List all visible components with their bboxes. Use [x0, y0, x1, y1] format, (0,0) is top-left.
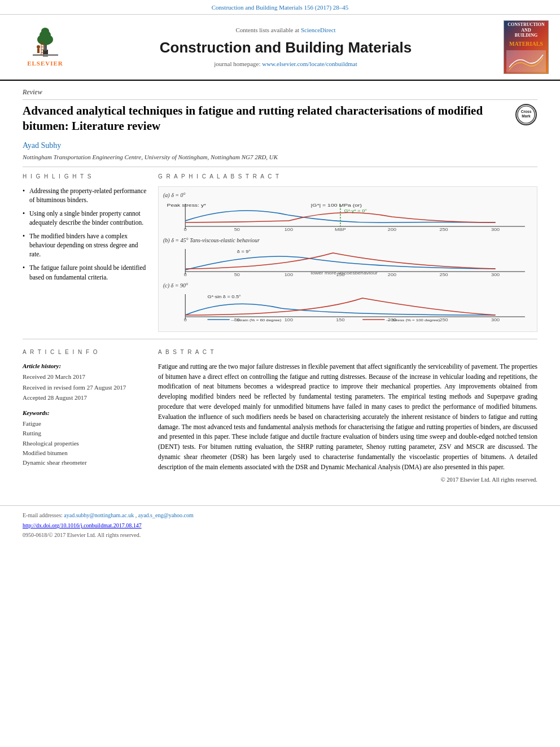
highlights-graphical-section: H I G H L I G H T S Addressing the prope…: [23, 173, 537, 339]
cover-illustration: [506, 50, 546, 72]
abstract-col: A B S T R A C T Fatigue and rutting are …: [158, 348, 537, 484]
list-item: Addressing the property-related performa…: [23, 186, 147, 204]
elsevier-logo: ELSEVIER: [27, 27, 64, 68]
svg-text:250: 250: [439, 273, 448, 277]
svg-point-4: [41, 28, 49, 34]
review-label: Review: [23, 88, 537, 100]
list-item: The modified binders have a complex beha…: [23, 231, 147, 259]
graph-panel-b: (b) δ = 45° Tans-viscous-elastic behavio…: [163, 237, 532, 277]
keyword-rutting: Rutting: [23, 429, 147, 438]
journal-cover-image: Construction and Building MATERIALS: [504, 20, 549, 74]
svg-text:300: 300: [491, 273, 500, 277]
svg-point-6: [37, 45, 40, 49]
highlights-col: H I G H L I G H T S Addressing the prope…: [23, 173, 147, 332]
list-item: The fatigue failure point should be iden…: [23, 263, 147, 281]
cover-decorative-image: [506, 50, 546, 73]
journal-title: Construction and Building Materials: [79, 37, 492, 58]
paper-title: Advanced analytical techniques in fatigu…: [23, 103, 506, 134]
received-date: Received 20 March 2017: [23, 373, 147, 381]
svg-text:0: 0: [184, 318, 187, 322]
svg-text:Cross: Cross: [521, 110, 532, 113]
graphical-abstract-heading: G R A P H I C A L A B S T R A C T: [158, 173, 537, 182]
svg-text:100: 100: [285, 318, 294, 322]
revised-date: Received in revised form 27 August 2017: [23, 383, 147, 392]
sciencedirect-link[interactable]: ScienceDirect: [301, 27, 336, 33]
journal-citation-text: Construction and Building Materials 156 …: [212, 4, 349, 11]
svg-text:Mark: Mark: [522, 114, 531, 118]
graph-panel-c-chart: 0 50 100 150 200 250 300 G*·sin δ = 0.5°: [163, 291, 532, 322]
panel-b-svg: 0 50 100 150 200 250 300 δ = 9°: [163, 246, 532, 277]
svg-text:200: 200: [388, 228, 397, 232]
cover-title: Construction and Building: [508, 22, 544, 38]
author-name: Ayad Subhy: [23, 140, 537, 151]
graph-panel-c: (c) δ = 90° 0 50 100 150 200 250 300: [163, 282, 532, 322]
abstract-text: Fatigue and rutting are the two major fa…: [158, 362, 537, 473]
graphical-abstract-col: G R A P H I C A L A B S T R A C T (a) δ …: [158, 173, 537, 332]
accepted-date: Accepted 28 August 2017: [23, 394, 147, 402]
abstract-heading: A B S T R A C T: [158, 348, 537, 357]
copyright-line: © 2017 Elsevier Ltd. All rights reserved…: [158, 476, 537, 484]
main-content: Review Advanced analytical techniques in…: [0, 81, 560, 500]
keywords-label: Keywords:: [23, 409, 147, 417]
journal-citation-bar: Construction and Building Materials 156 …: [0, 0, 560, 15]
svg-rect-5: [33, 54, 58, 56]
svg-text:200: 200: [388, 273, 397, 277]
keyword-dsr: Dynamic shear rheometer: [23, 458, 147, 467]
footer-issn-line: 0950-0618/© 2017 Elsevier Ltd. All right…: [23, 531, 537, 539]
graph-panel-b-label: (b) δ = 45° Tans-viscous-elastic behavio…: [163, 237, 532, 244]
graph-panel-b-chart: 0 50 100 150 200 250 300 δ = 9°: [163, 246, 532, 277]
highlights-list: Addressing the property-related performa…: [23, 186, 147, 282]
svg-text:250: 250: [439, 228, 448, 232]
page-header: ELSEVIER Contents lists available at Sci…: [0, 15, 560, 81]
email-link-2[interactable]: ayad.s_eng@yahoo.com: [138, 512, 194, 518]
crossmark-svg: Cross Mark: [516, 105, 536, 124]
journal-homepage-link[interactable]: www.elsevier.com/locate/conbuildmat: [262, 60, 357, 67]
svg-text:0: 0: [184, 228, 187, 232]
page-footer: E-mail addresses: ayad.subhy@nottingham.…: [0, 505, 560, 543]
article-info-abstract-section: A R T I C L E I N F O Article history: R…: [23, 348, 537, 484]
svg-rect-7: [37, 49, 40, 53]
crossmark-badge: Cross Mark: [515, 103, 537, 126]
panel-a-svg: Peak stress: y* |G*| = 100 MPa (or) 0 50…: [163, 201, 532, 232]
title-area: Advanced analytical techniques in fatigu…: [23, 103, 537, 134]
crossmark-icon: Cross Mark: [515, 104, 537, 125]
svg-text:100: 100: [285, 228, 294, 232]
article-history-label: Article history:: [23, 362, 147, 370]
elsevier-tree-icon: [27, 27, 64, 58]
svg-text:lower more viscoesbehaviour: lower more viscoesbehaviour: [311, 271, 378, 276]
doi-link[interactable]: http://dx.doi.org/10.1016/j.conbuildmat.…: [23, 522, 142, 528]
graphical-abstract-box: (a) δ = 0° Peak stress: y* |G*| = 100 MP…: [158, 186, 537, 332]
svg-rect-14: [506, 50, 546, 72]
footer-email-line: E-mail addresses: ayad.subhy@nottingham.…: [23, 512, 537, 519]
graph-panel-c-label: (c) δ = 90°: [163, 282, 532, 290]
svg-text:δ = 9°: δ = 9°: [237, 250, 251, 254]
journal-cover-area: Construction and Building MATERIALS: [492, 20, 549, 74]
svg-text:150: 150: [336, 318, 345, 322]
article-info-col: A R T I C L E I N F O Article history: R…: [23, 348, 147, 484]
article-info-heading: A R T I C L E I N F O: [23, 348, 147, 357]
highlights-heading: H I G H L I G H T S: [23, 173, 147, 182]
homepage-line: journal homepage: www.elsevier.com/locat…: [79, 60, 492, 68]
email-link-1[interactable]: ayad.subhy@nottingham.ac.uk: [64, 512, 134, 518]
svg-text:300: 300: [491, 318, 500, 322]
svg-text:50: 50: [234, 273, 240, 277]
keyword-rheological: Rheological properties: [23, 439, 147, 448]
keyword-fatigue: Fatigue: [23, 420, 147, 428]
svg-text:— Strain (% = 60 degree): — Strain (% = 60 degree): [231, 318, 281, 322]
svg-text:— Stress (% = 100 degree): — Stress (% = 100 degree): [386, 318, 440, 322]
svg-text:0: 0: [184, 273, 187, 277]
header-center-info: Contents lists available at ScienceDirec…: [79, 26, 492, 68]
graph-panel-a-chart: Peak stress: y* |G*| = 100 MPa (or) 0 50…: [163, 201, 532, 232]
svg-text:G*·γ* = 0°: G*·γ* = 0°: [344, 209, 366, 213]
svg-text:|G*| = 100 MPa (or): |G*| = 100 MPa (or): [311, 203, 362, 208]
svg-text:100: 100: [285, 273, 294, 277]
author-affiliation: Nottingham Transportation Engineering Ce…: [23, 153, 537, 167]
elsevier-logo-area: ELSEVIER: [11, 27, 79, 68]
cover-materials: MATERIALS: [509, 40, 543, 48]
keyword-modified-bitumen: Modified bitumen: [23, 449, 147, 457]
svg-text:Peak stress: y*: Peak stress: y*: [167, 203, 207, 208]
svg-text:50: 50: [234, 228, 240, 232]
svg-text:MBP: MBP: [335, 228, 346, 232]
list-item: Using only a single binder property cann…: [23, 209, 147, 227]
svg-text:G*·sin δ = 0.5°: G*·sin δ = 0.5°: [207, 295, 240, 299]
